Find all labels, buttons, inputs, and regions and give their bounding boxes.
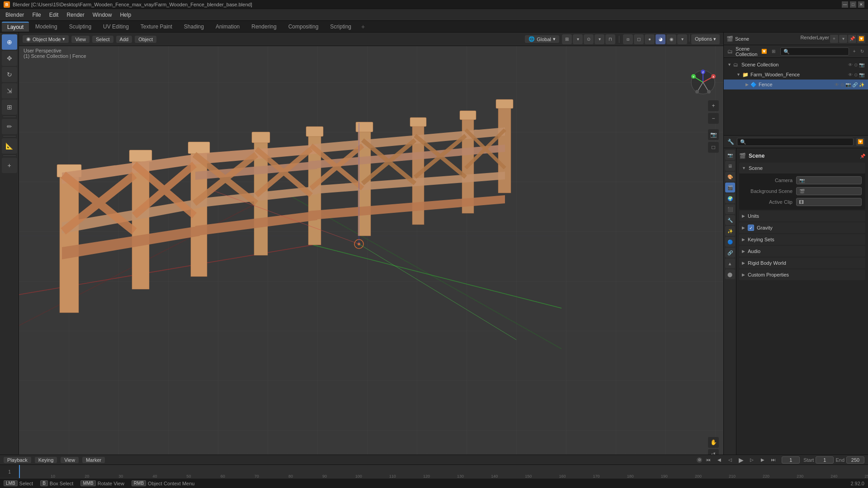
gravity-checkbox[interactable]: ✓ bbox=[748, 225, 754, 231]
constraint-icon[interactable]: 🔗 bbox=[852, 82, 858, 87]
viewport-shading-render[interactable]: ◉ bbox=[666, 34, 676, 44]
tab-rendering[interactable]: Rendering bbox=[246, 22, 282, 31]
shading-options[interactable]: ▾ bbox=[677, 34, 687, 44]
object-menu-button[interactable]: Object bbox=[135, 36, 156, 43]
start-frame-input[interactable] bbox=[816, 456, 834, 464]
view-layer-props-button[interactable]: 🎨 bbox=[725, 172, 735, 182]
background-scene-value[interactable]: 🎬 bbox=[796, 187, 862, 195]
transform-tool-button[interactable]: ⊞ bbox=[2, 99, 17, 115]
tab-compositing[interactable]: Compositing bbox=[283, 22, 324, 31]
gravity-section-header[interactable]: ▶ ✓ Gravity bbox=[739, 222, 865, 233]
select-icon3[interactable]: ⊙ bbox=[840, 82, 844, 87]
properties-search-input[interactable] bbox=[737, 138, 854, 146]
outliner-item-fence[interactable]: ▶ 🔷 Fence 👁 ⊙ 📷 🔗 ✨ bbox=[724, 80, 868, 89]
next-keyframe-button[interactable]: ▷ bbox=[747, 456, 756, 464]
close-button[interactable]: ✕ bbox=[858, 1, 864, 8]
data-props-button[interactable]: ▲ bbox=[725, 258, 735, 268]
move-tool-button[interactable]: ✥ bbox=[2, 51, 17, 66]
minimize-button[interactable]: — bbox=[842, 1, 848, 8]
rigid-body-world-section-header[interactable]: ▶ Rigid Body World bbox=[739, 258, 865, 268]
camera-view-button[interactable]: 📷 bbox=[708, 129, 719, 140]
outliner-search-input[interactable] bbox=[780, 47, 849, 56]
prev-keyframe-button[interactable]: ◁ bbox=[726, 456, 735, 464]
outliner-filter-button[interactable]: 🔽 bbox=[760, 47, 768, 56]
tab-sculpting[interactable]: Sculpting bbox=[64, 22, 97, 31]
select-icon[interactable]: ⊙ bbox=[854, 62, 858, 67]
proportional-falloff[interactable]: ▾ bbox=[594, 34, 604, 44]
jump-end-button[interactable]: ⏭ bbox=[769, 456, 778, 464]
playhead[interactable] bbox=[19, 465, 20, 479]
scene-section-header[interactable]: ▼ Scene bbox=[739, 163, 865, 174]
pin-scene-button[interactable]: 📌 bbox=[848, 35, 856, 43]
render-props-button[interactable]: 📷 bbox=[725, 150, 735, 160]
world-props-button[interactable]: 🌍 bbox=[725, 193, 735, 203]
viewport-gizmo[interactable]: Z X Y bbox=[689, 69, 717, 96]
jump-start-button[interactable]: ⏮ bbox=[704, 456, 713, 464]
camera-value[interactable]: 📷 bbox=[796, 176, 862, 184]
snap-type[interactable]: ▾ bbox=[573, 34, 583, 44]
options-button[interactable]: Options ▾ bbox=[691, 34, 720, 44]
zoom-out-button[interactable]: − bbox=[708, 113, 719, 124]
tab-uv-editing[interactable]: UV Editing bbox=[98, 22, 134, 31]
outliner-item-scene-collection[interactable]: ▼ 🗂 Scene Collection 👁 ⊙ 📷 bbox=[724, 60, 868, 70]
viewport-shading-material[interactable]: ◕ bbox=[656, 34, 665, 44]
visibility-icon[interactable]: 👁 bbox=[848, 62, 853, 67]
tab-layout[interactable]: Layout bbox=[2, 22, 29, 32]
cursor-tool-button[interactable]: ⊕ bbox=[2, 34, 17, 50]
transform-orientation-dropdown[interactable]: 🌐 Global ▾ bbox=[525, 35, 559, 43]
maximize-button[interactable]: □ bbox=[850, 1, 856, 8]
mode-select-dropdown[interactable]: ◉ Object Mode ▾ bbox=[23, 35, 69, 43]
measure-tool-button[interactable]: 📐 bbox=[2, 138, 17, 154]
keying-sets-section-header[interactable]: ▶ Keying Sets bbox=[739, 234, 865, 245]
zoom-in-button[interactable]: + bbox=[708, 100, 719, 111]
local-view-button[interactable]: □ bbox=[708, 142, 719, 153]
menu-help[interactable]: Help bbox=[116, 11, 135, 19]
view-menu-button[interactable]: View bbox=[71, 36, 90, 43]
scene-options-button[interactable]: ▾ bbox=[839, 35, 847, 43]
tab-texture-paint[interactable]: Texture Paint bbox=[135, 22, 178, 31]
extra-options[interactable]: ⊓ bbox=[605, 34, 615, 44]
menu-window[interactable]: Window bbox=[89, 11, 116, 19]
prev-frame-button[interactable]: ◀ bbox=[715, 456, 724, 464]
next-frame-button[interactable]: ▶ bbox=[758, 456, 767, 464]
material-props-button[interactable]: ⬤ bbox=[725, 269, 735, 279]
units-section-header[interactable]: ▶ Units bbox=[739, 211, 865, 221]
visibility-icon2[interactable]: 👁 bbox=[848, 72, 853, 77]
viewport-shading-solid[interactable]: ● bbox=[645, 34, 655, 44]
menu-edit[interactable]: Edit bbox=[46, 11, 62, 19]
properties-filter-button[interactable]: 🔽 bbox=[856, 138, 864, 146]
end-frame-input[interactable] bbox=[846, 456, 864, 464]
tab-scripting[interactable]: Scripting bbox=[325, 22, 357, 31]
visibility-icon3[interactable]: 👁 bbox=[835, 82, 839, 87]
playback-button[interactable]: Playback bbox=[4, 457, 31, 463]
add-object-button[interactable]: + bbox=[2, 158, 17, 173]
xray-toggle[interactable]: ⧈ bbox=[623, 34, 633, 44]
particle-icon[interactable]: ✨ bbox=[859, 82, 864, 87]
audio-section-header[interactable]: ▶ Audio bbox=[739, 246, 865, 257]
pan-button[interactable]: ✋ bbox=[708, 437, 719, 448]
rotate-tool-button[interactable]: ↻ bbox=[2, 67, 17, 82]
marker-button[interactable]: Marker bbox=[82, 457, 105, 463]
add-scene-button[interactable]: + bbox=[830, 35, 838, 43]
timeline-scrubber[interactable]: 1 10203040506070809010011012013014015016… bbox=[0, 465, 868, 479]
render-icon3[interactable]: 📷 bbox=[845, 82, 851, 87]
view-button[interactable]: View bbox=[61, 457, 79, 463]
tab-modeling[interactable]: Modeling bbox=[30, 22, 63, 31]
object-props-button[interactable]: ⬛ bbox=[725, 204, 735, 214]
proportional-edit[interactable]: ⊙ bbox=[584, 34, 594, 44]
menu-blender[interactable]: Blender bbox=[2, 11, 28, 19]
tab-animation[interactable]: Animation bbox=[210, 22, 245, 31]
outliner-item-farm-collection[interactable]: ▼ 📁 Farm_Wooden_Fence 👁 ⊙ 📷 bbox=[724, 70, 868, 80]
current-frame-input[interactable]: 1 bbox=[782, 456, 800, 464]
scale-tool-button[interactable]: ⇲ bbox=[2, 83, 17, 99]
active-clip-value[interactable]: 🎞 bbox=[796, 198, 862, 206]
outliner-refresh-button[interactable]: ↻ bbox=[859, 47, 864, 56]
annotate-tool-button[interactable]: ✏ bbox=[2, 119, 17, 134]
scene-props-button[interactable]: 🎬 bbox=[725, 183, 735, 192]
viewport-3d[interactable]: User Perspective (1) Scene Collection | … bbox=[19, 33, 723, 465]
add-menu-button[interactable]: Add bbox=[116, 36, 132, 43]
custom-props-section-header[interactable]: ▶ Custom Properties bbox=[739, 269, 865, 280]
select-icon2[interactable]: ⊙ bbox=[854, 72, 858, 77]
snap-toggle[interactable]: ⊞ bbox=[562, 34, 572, 44]
add-workspace-button[interactable]: + bbox=[358, 22, 368, 32]
